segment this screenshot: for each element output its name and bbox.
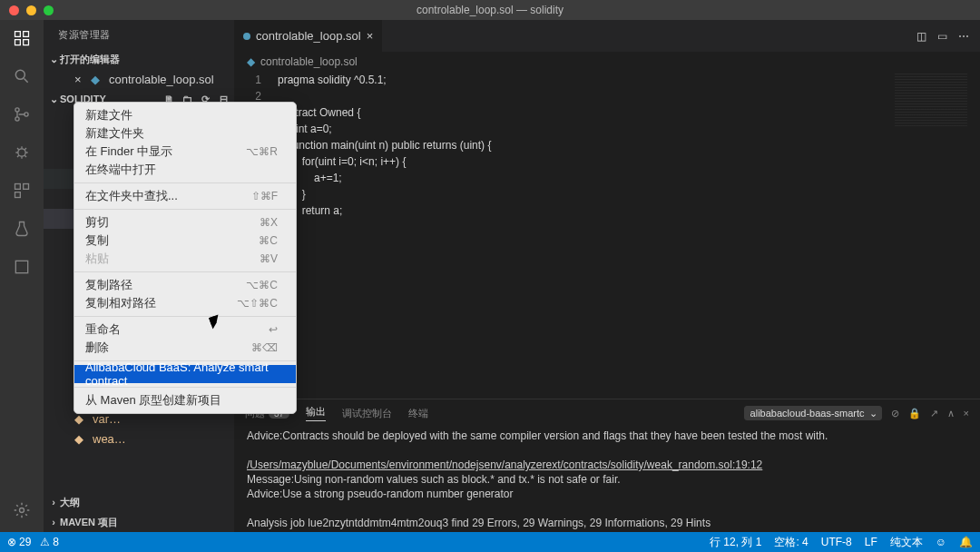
minimize-window[interactable] xyxy=(26,5,36,15)
titlebar: controlable_loop.sol — solidity xyxy=(0,0,980,20)
output-tab[interactable]: 输出 xyxy=(306,405,326,421)
extensions-icon[interactable] xyxy=(11,180,33,202)
open-external-icon[interactable]: ↗ xyxy=(930,408,938,419)
file-icon: ◆ xyxy=(247,55,255,68)
encoding[interactable]: UTF-8 xyxy=(821,536,852,548)
panel-output[interactable]: Advice:Contracts should be deployed with… xyxy=(234,427,980,532)
svg-rect-7 xyxy=(15,192,21,198)
window-title: controlable_loop.sol — solidity xyxy=(416,4,564,16)
source-control-icon[interactable] xyxy=(11,104,33,125)
svg-point-9 xyxy=(20,508,24,513)
outline-section[interactable]: ›大纲 xyxy=(44,492,234,512)
menu-delete[interactable]: 删除⌘⌫ xyxy=(74,339,296,357)
chevron-right-icon: › xyxy=(47,517,60,527)
menu-open-terminal[interactable]: 在终端中打开 xyxy=(74,161,296,179)
test-icon[interactable] xyxy=(11,218,33,240)
code-editor[interactable]: 1234567891011 pragma solidity ^0.5.1;con… xyxy=(234,72,980,399)
code-content[interactable]: pragma solidity ^0.5.1;contract Owned { … xyxy=(278,72,980,399)
outline-icon[interactable] xyxy=(11,256,33,278)
traffic-lights xyxy=(0,5,54,15)
chevron-down-icon: ⌄ xyxy=(47,94,60,105)
terminal-tab[interactable]: 终端 xyxy=(408,407,428,420)
settings-gear-icon[interactable] xyxy=(11,499,33,521)
maximize-window[interactable] xyxy=(44,5,54,15)
file-icon xyxy=(243,33,250,40)
menu-find-in-folder[interactable]: 在文件夹中查找...⇧⌘F xyxy=(74,187,296,205)
activity-bar xyxy=(0,20,44,532)
svg-rect-5 xyxy=(15,184,21,190)
clear-icon[interactable]: ⊘ xyxy=(891,408,899,419)
debug-console-tab[interactable]: 调试控制台 xyxy=(342,407,392,420)
chevron-down-icon: ⌄ xyxy=(47,54,60,65)
editor-area: controlable_loop.sol × ◫ ▭ ⋯ ◆ controlab… xyxy=(234,20,980,532)
menu-new-folder[interactable]: 新建文件夹 xyxy=(74,124,296,143)
file-icon: ◆ xyxy=(74,432,89,446)
menu-separator xyxy=(74,209,296,210)
menu-copy-relative-path[interactable]: 复制相对路径⌥⇧⌘C xyxy=(74,294,296,312)
explorer-icon[interactable] xyxy=(11,27,33,49)
status-bar: ⊗ 29 ⚠ 8 行 12, 列 1 空格: 4 UTF-8 LF 纯文本 ☺ … xyxy=(0,532,980,552)
indent-setting[interactable]: 空格: 4 xyxy=(774,535,808,550)
maximize-panel-icon[interactable]: ∧ xyxy=(947,408,955,419)
minimap[interactable] xyxy=(895,74,967,128)
close-tab-icon[interactable]: × xyxy=(367,29,374,43)
notifications-icon[interactable]: 🔔 xyxy=(959,536,973,548)
tab-bar: controlable_loop.sol × ◫ ▭ ⋯ xyxy=(234,20,980,52)
file-item[interactable]: ◆wea… xyxy=(44,429,234,448)
menu-baas-analyze[interactable]: AlibabaCloud BaaS: Analyze smart contrac… xyxy=(74,365,296,383)
svg-point-4 xyxy=(18,149,25,156)
menu-separator xyxy=(74,182,296,183)
close-panel-icon[interactable]: × xyxy=(964,408,969,419)
menu-cut[interactable]: 剪切⌘X xyxy=(74,213,296,232)
language-mode[interactable]: 纯文本 xyxy=(890,535,923,550)
menu-new-file[interactable]: 新建文件 xyxy=(74,106,296,124)
sidebar-title: 资源管理器 xyxy=(44,20,234,49)
search-icon[interactable] xyxy=(11,65,33,87)
bottom-panel: 问题37 输出 调试控制台 终端 alibabacloud-baas-smart… xyxy=(234,399,980,532)
layout-icon[interactable]: ▭ xyxy=(937,30,947,43)
tab-active[interactable]: controlable_loop.sol × xyxy=(234,20,383,52)
svg-point-2 xyxy=(15,117,19,121)
svg-point-1 xyxy=(15,108,19,112)
svg-rect-6 xyxy=(24,184,29,190)
open-editors-section[interactable]: ⌄ 打开的编辑器 xyxy=(44,49,234,69)
chevron-right-icon: › xyxy=(47,497,60,508)
split-editor-icon[interactable]: ◫ xyxy=(916,30,926,43)
menu-paste: 粘贴⌘V xyxy=(74,250,296,268)
more-icon[interactable]: ⋯ xyxy=(958,30,969,43)
eol[interactable]: LF xyxy=(865,536,877,548)
status-warnings[interactable]: ⚠ 8 xyxy=(40,536,59,548)
menu-maven-create[interactable]: 从 Maven 原型创建新项目 xyxy=(74,391,296,409)
menu-separator xyxy=(74,316,296,317)
menu-reveal-finder[interactable]: 在 Finder 中显示⌥⌘R xyxy=(74,143,296,161)
feedback-icon[interactable]: ☺ xyxy=(936,536,946,548)
menu-copy[interactable]: 复制⌘C xyxy=(74,232,296,250)
svg-point-0 xyxy=(15,70,24,79)
status-errors[interactable]: ⊗ 29 xyxy=(7,536,31,548)
mouse-cursor xyxy=(211,316,220,330)
close-icon[interactable]: × xyxy=(74,73,89,86)
panel-tabs: 问题37 输出 调试控制台 终端 alibabacloud-baas-smart… xyxy=(234,399,980,427)
context-menu: 新建文件 新建文件夹 在 Finder 中显示⌥⌘R 在终端中打开 在文件夹中查… xyxy=(74,102,297,414)
svg-point-3 xyxy=(24,113,28,116)
close-window[interactable] xyxy=(9,5,19,15)
menu-copy-path[interactable]: 复制路径⌥⌘C xyxy=(74,276,296,294)
svg-rect-8 xyxy=(15,261,27,272)
file-icon: ◆ xyxy=(91,73,105,86)
output-channel-select[interactable]: alibabacloud-baas-smartc xyxy=(744,406,882,420)
maven-section[interactable]: ›MAVEN 项目 xyxy=(44,512,234,532)
debug-icon[interactable] xyxy=(11,142,33,163)
lock-icon[interactable]: 🔒 xyxy=(908,408,921,419)
menu-separator xyxy=(74,271,296,272)
cursor-position[interactable]: 行 12, 列 1 xyxy=(710,535,761,550)
breadcrumb[interactable]: ◆ controlable_loop.sol xyxy=(234,52,980,72)
menu-rename[interactable]: 重命名↩ xyxy=(74,320,296,339)
open-editor-item[interactable]: × ◆ controlable_loop.sol xyxy=(44,69,234,89)
